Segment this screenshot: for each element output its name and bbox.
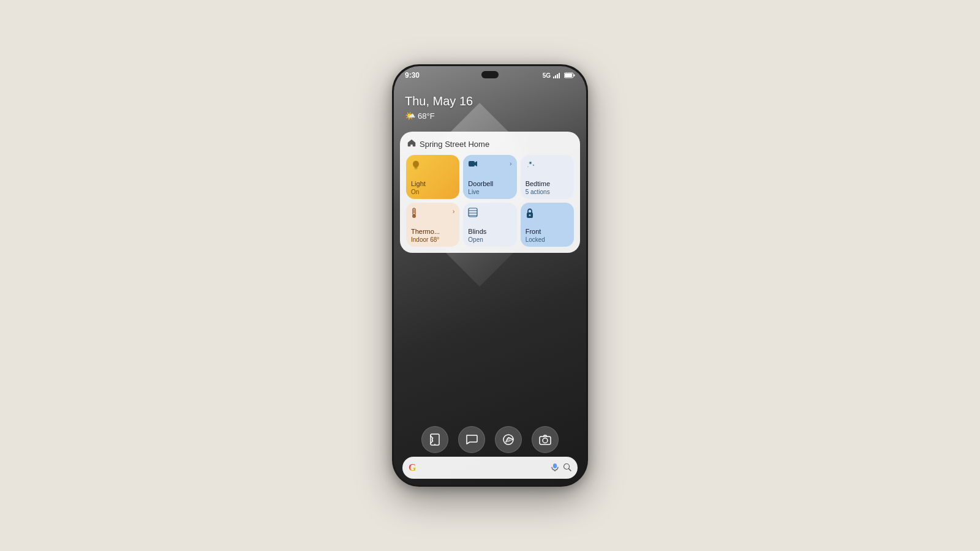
light-tile[interactable]: Light On bbox=[406, 155, 459, 199]
signal-label: 5G bbox=[543, 72, 551, 79]
messages-app-icon[interactable] bbox=[458, 426, 485, 453]
signal-icon bbox=[553, 72, 562, 78]
camera-app-icon[interactable] bbox=[532, 426, 559, 453]
svg-rect-6 bbox=[565, 73, 572, 77]
tile-header bbox=[411, 160, 454, 173]
tile-footer: Light On bbox=[411, 180, 454, 195]
tile-header bbox=[468, 208, 511, 219]
svg-point-17 bbox=[529, 214, 530, 216]
widget-header: Spring Street Home bbox=[406, 139, 574, 149]
tile-status: Indoor 68° bbox=[411, 236, 454, 243]
tile-header bbox=[526, 160, 569, 171]
svg-rect-8 bbox=[469, 161, 475, 167]
phone-device: 9:30 5G Thu, May 16 � bbox=[392, 64, 588, 487]
thermostat-tile[interactable]: › Thermo... Indoor 68° bbox=[406, 203, 459, 247]
svg-point-7 bbox=[413, 161, 419, 168]
tile-status: On bbox=[411, 189, 454, 195]
weather-row: 🌤️ 68°F bbox=[405, 111, 575, 121]
thermostat-arrow: › bbox=[453, 208, 455, 215]
tile-name: Front bbox=[526, 228, 569, 236]
svg-rect-0 bbox=[553, 77, 554, 78]
svg-rect-26 bbox=[553, 463, 557, 468]
svg-rect-3 bbox=[559, 73, 560, 78]
tile-name: Blinds bbox=[468, 228, 511, 236]
thermostat-icon bbox=[411, 208, 417, 220]
svg-rect-5 bbox=[574, 75, 575, 77]
tile-header bbox=[526, 208, 569, 220]
status-bar: 9:30 5G bbox=[394, 66, 586, 82]
tile-status: Locked bbox=[526, 236, 569, 243]
google-logo: G bbox=[409, 462, 416, 473]
tile-status: Live bbox=[468, 189, 511, 195]
tile-status: 5 actions bbox=[526, 189, 569, 195]
tile-footer: Front Locked bbox=[526, 228, 569, 243]
status-icons: 5G bbox=[543, 72, 575, 79]
blinds-icon bbox=[468, 208, 478, 219]
lock-icon bbox=[526, 208, 534, 220]
tile-status: Open bbox=[468, 236, 511, 243]
svg-rect-1 bbox=[555, 75, 556, 78]
device-grid: Light On › bbox=[406, 155, 574, 247]
date-text: Thu, May 16 bbox=[405, 94, 575, 108]
doorbell-icon bbox=[468, 160, 478, 170]
home-icon bbox=[407, 139, 416, 149]
tile-footer: Bedtime 5 actions bbox=[526, 180, 569, 195]
light-icon bbox=[411, 160, 421, 173]
tile-name: Thermo... bbox=[411, 228, 454, 236]
phone-screen: 9:30 5G Thu, May 16 � bbox=[394, 66, 586, 485]
tile-footer: Thermo... Indoor 68° bbox=[411, 228, 454, 243]
tile-header: › bbox=[411, 208, 454, 220]
svg-line-29 bbox=[569, 468, 571, 471]
svg-point-18 bbox=[434, 444, 435, 445]
svg-rect-10 bbox=[413, 209, 415, 214]
doorbell-arrow: › bbox=[510, 160, 512, 167]
wallpaper bbox=[394, 66, 586, 485]
tile-header: › bbox=[468, 160, 511, 170]
widget-title: Spring Street Home bbox=[420, 140, 489, 149]
bedtime-tile[interactable]: Bedtime 5 actions bbox=[521, 155, 574, 199]
battery-icon bbox=[564, 72, 575, 78]
app-dock bbox=[394, 426, 586, 453]
blinds-tile[interactable]: Blinds Open bbox=[463, 203, 516, 247]
tile-name: Bedtime bbox=[526, 180, 569, 188]
smart-home-widget: Spring Street Home bbox=[400, 132, 580, 253]
svg-point-25 bbox=[543, 438, 548, 443]
weather-icon: 🌤️ bbox=[405, 111, 415, 121]
date-weather-widget: Thu, May 16 🌤️ 68°F bbox=[394, 82, 586, 127]
tile-footer: Blinds Open bbox=[468, 228, 511, 243]
microphone-icon[interactable] bbox=[551, 463, 559, 473]
temperature: 68°F bbox=[418, 111, 435, 121]
bedtime-icon bbox=[526, 160, 535, 171]
camera-notch bbox=[481, 71, 499, 78]
tile-name: Light bbox=[411, 180, 454, 188]
google-search-bar[interactable]: G bbox=[402, 457, 578, 479]
svg-point-11 bbox=[412, 214, 416, 218]
lens-icon[interactable] bbox=[563, 463, 571, 473]
status-time: 9:30 bbox=[405, 71, 420, 80]
chrome-app-icon[interactable] bbox=[495, 426, 522, 453]
tile-name: Doorbell bbox=[468, 180, 511, 188]
svg-rect-2 bbox=[557, 74, 558, 78]
phone-app-icon[interactable] bbox=[421, 426, 448, 453]
doorbell-tile[interactable]: › Doorbell Live bbox=[463, 155, 516, 199]
front-lock-tile[interactable]: Front Locked bbox=[521, 203, 574, 247]
tile-footer: Doorbell Live bbox=[468, 180, 511, 195]
